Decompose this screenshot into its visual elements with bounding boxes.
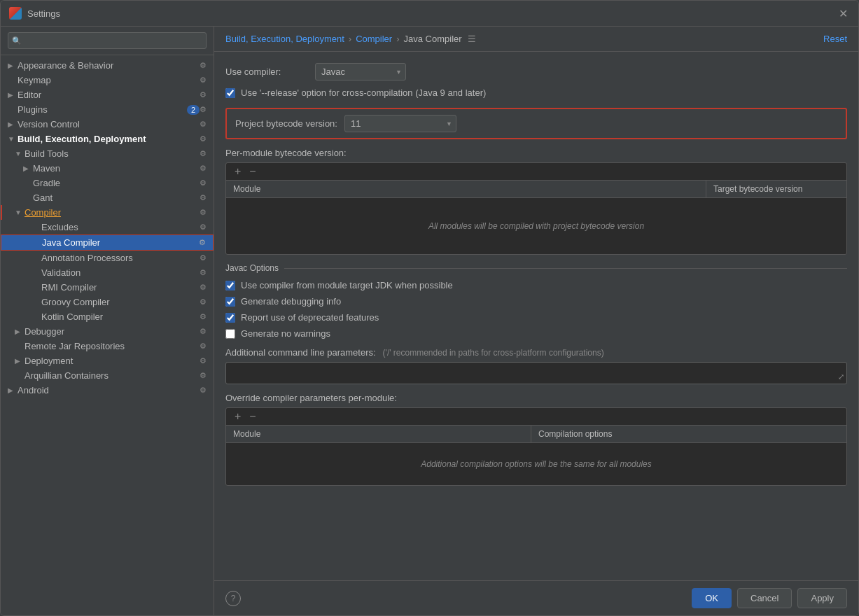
sidebar-item-validation[interactable]: Validation ⚙: [1, 265, 214, 280]
sidebar-item-label: Groovy Compiler: [41, 297, 200, 307]
settings-icon: ⚙: [200, 120, 207, 129]
main-content: Build, Execution, Deployment › Compiler …: [214, 27, 858, 615]
opt1-label: Use compiler from module target JDK when…: [241, 280, 453, 290]
override-toolbar: + −: [226, 408, 846, 426]
sidebar-item-rmi-compiler[interactable]: RMI Compiler ⚙: [1, 280, 214, 295]
arrow-icon: ▶: [8, 62, 18, 69]
override-table-body: Additional compilation options will be t…: [226, 443, 846, 485]
breadcrumb-part2[interactable]: Compiler: [356, 34, 392, 44]
sidebar-item-label: Java Compiler: [42, 237, 199, 248]
sidebar-item-label: Build Tools: [25, 148, 200, 159]
sidebar-item-keymap[interactable]: Keymap ⚙: [1, 73, 214, 88]
expand-icon[interactable]: ⤢: [838, 372, 844, 382]
use-compiler-select[interactable]: Javac Eclipse Ajc: [315, 63, 406, 80]
close-button[interactable]: ✕: [836, 6, 850, 20]
sidebar-item-maven[interactable]: ▶ Maven ⚙: [1, 161, 214, 176]
sidebar-item-arquillian[interactable]: Arquillian Containers ⚙: [1, 368, 214, 383]
sidebar-item-gradle[interactable]: Gradle ⚙: [1, 176, 214, 190]
settings-icon: ⚙: [200, 164, 207, 173]
col-target-header: Target bytecode version: [706, 181, 846, 197]
sidebar-item-deployment[interactable]: ▶ Deployment ⚙: [1, 354, 214, 368]
arrow-icon: ▼: [15, 150, 25, 158]
per-module-section: Per-module bytecode version: + − Module …: [225, 148, 847, 255]
ok-button[interactable]: OK: [692, 588, 732, 608]
sidebar-item-remote-jar[interactable]: Remote Jar Repositories ⚙: [1, 339, 214, 354]
search-input[interactable]: [8, 32, 207, 49]
release-option-row: Use '--release' option for cross-compila…: [225, 88, 847, 98]
help-button[interactable]: ?: [225, 591, 241, 606]
sidebar-item-build-execution[interactable]: ▼ Build, Execution, Deployment ⚙: [1, 132, 214, 146]
additional-params-input-row: ⤢: [225, 362, 847, 384]
cancel-button[interactable]: Cancel: [737, 588, 792, 608]
sidebar-item-excludes[interactable]: Excludes ⚙: [1, 220, 214, 234]
sidebar-item-gant[interactable]: Gant ⚙: [1, 190, 214, 205]
title-bar: Settings ✕: [1, 1, 858, 27]
sidebar-item-version-control[interactable]: ▶ Version Control ⚙: [1, 117, 214, 132]
sidebar-item-label: Kotlin Compiler: [41, 312, 200, 322]
settings-icon: ⚙: [200, 253, 207, 262]
per-module-table: + − Module Target bytecode version All m…: [225, 162, 847, 255]
opt2-checkbox[interactable]: [225, 297, 235, 307]
settings-content: Use compiler: Javac Eclipse Ajc Use '--r…: [214, 52, 858, 580]
sidebar-item-annotation-processors[interactable]: Annotation Processors ⚙: [1, 251, 214, 265]
settings-icon: ⚙: [200, 342, 207, 351]
sidebar-item-android[interactable]: ▶ Android ⚙: [1, 383, 214, 398]
opt4-label: Generate no warnings: [241, 328, 330, 339]
settings-icon: ⚙: [200, 386, 207, 395]
arrow-icon: ▶: [23, 164, 33, 172]
release-option-checkbox[interactable]: [225, 88, 235, 98]
opt1-checkbox[interactable]: [225, 281, 235, 290]
additional-params-hint: ('/' recommended in paths for cross-plat…: [383, 348, 604, 358]
settings-window: Settings ✕ 🔍 ▶ Appearance & Behavior ⚙: [0, 0, 859, 616]
sidebar-item-label: Build, Execution, Deployment: [18, 134, 200, 144]
sidebar-item-appearance[interactable]: ▶ Appearance & Behavior ⚙: [1, 58, 214, 73]
sidebar-item-label: Plugins: [18, 104, 184, 115]
sidebar-item-editor[interactable]: ▶ Editor ⚙: [1, 88, 214, 102]
use-compiler-select-wrapper: Javac Eclipse Ajc: [315, 63, 406, 80]
additional-params-header: Additional command line parameters: ('/'…: [225, 347, 847, 358]
opt3-checkbox[interactable]: [225, 313, 235, 323]
breadcrumb-part1[interactable]: Build, Execution, Deployment: [225, 34, 344, 44]
sidebar-item-java-compiler[interactable]: Java Compiler ⚙: [1, 234, 214, 251]
sidebar-item-plugins[interactable]: Plugins 2 ⚙: [1, 102, 214, 117]
window-title: Settings: [27, 8, 830, 19]
override-col-module-header: Module: [226, 426, 531, 442]
settings-icon: ⚙: [200, 223, 207, 232]
app-icon: [9, 7, 22, 20]
apply-button[interactable]: Apply: [797, 588, 847, 608]
project-bytecode-select[interactable]: 11 8 9 10 12 17: [344, 115, 456, 132]
override-table-header: Module Compilation options: [226, 426, 846, 443]
per-module-remove-button[interactable]: −: [246, 166, 258, 177]
sidebar-item-label: Compiler: [25, 207, 200, 218]
override-remove-button[interactable]: −: [246, 411, 258, 422]
reset-button[interactable]: Reset: [823, 34, 847, 44]
breadcrumb-bar: Build, Execution, Deployment › Compiler …: [214, 27, 858, 52]
arrow-icon: ▶: [15, 357, 25, 365]
sidebar-item-kotlin-compiler[interactable]: Kotlin Compiler ⚙: [1, 309, 214, 324]
sidebar-item-label: Excludes: [41, 222, 200, 232]
sidebar-item-label: Editor: [18, 90, 200, 100]
release-option-label: Use '--release' option for cross-compila…: [241, 88, 486, 98]
settings-icon: ⚙: [200, 356, 207, 365]
sidebar-item-debugger[interactable]: ▶ Debugger ⚙: [1, 324, 214, 339]
per-module-label: Per-module bytecode version:: [225, 148, 847, 158]
plugins-badge: 2: [187, 105, 200, 115]
use-compiler-label: Use compiler:: [225, 66, 309, 77]
arrow-icon: ▼: [15, 209, 25, 216]
sidebar-item-label: Appearance & Behavior: [18, 60, 200, 71]
settings-icon: ⚙: [200, 327, 207, 336]
sidebar-item-groovy-compiler[interactable]: Groovy Compiler ⚙: [1, 295, 214, 309]
opt2-label: Generate debugging info: [241, 296, 341, 307]
arrow-icon: ▶: [8, 120, 18, 128]
settings-icon: ⚙: [200, 312, 207, 321]
settings-icon: ⚙: [200, 90, 207, 99]
sidebar-item-label: Deployment: [25, 356, 200, 366]
per-module-add-button[interactable]: +: [232, 166, 244, 177]
override-add-button[interactable]: +: [232, 411, 244, 422]
sidebar-item-build-tools[interactable]: ▼ Build Tools ⚙: [1, 146, 214, 161]
opt4-checkbox[interactable]: [225, 329, 235, 339]
breadcrumb-menu-icon[interactable]: ☰: [468, 34, 476, 44]
sidebar-item-compiler[interactable]: ▼ Compiler ⚙: [1, 205, 214, 220]
additional-params-input[interactable]: [225, 362, 847, 384]
sidebar-item-label: Annotation Processors: [41, 253, 200, 263]
